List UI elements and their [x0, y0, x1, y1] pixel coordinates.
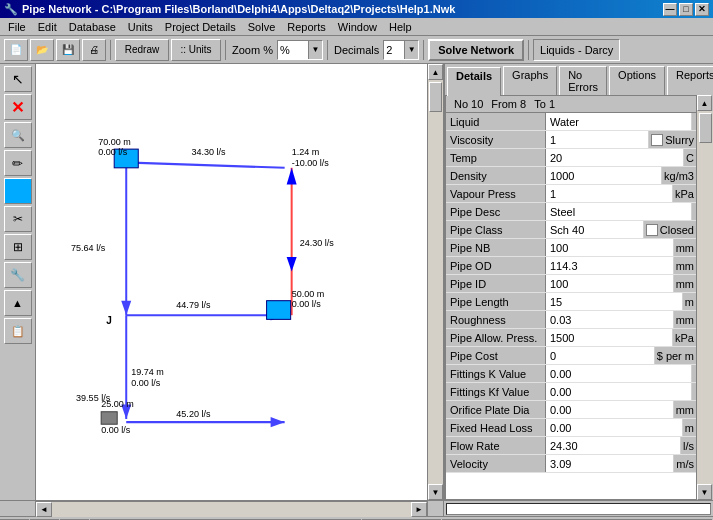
menu-file[interactable]: File — [2, 20, 32, 34]
prop-unit-10: m — [682, 293, 696, 310]
zoom-dropdown-arrow[interactable]: ▼ — [308, 41, 322, 59]
vscroll-up[interactable]: ▲ — [428, 64, 443, 80]
prop-label-12: Pipe Allow. Press. — [446, 329, 546, 346]
svg-rect-0 — [36, 64, 427, 500]
prop-unit-13: $ per m — [654, 347, 696, 364]
tool-pointer[interactable]: ↖ — [4, 66, 32, 92]
prop-checkbox-1[interactable] — [651, 134, 663, 146]
menu-bar: File Edit Database Units Project Details… — [0, 18, 713, 36]
zoom-dropdown[interactable]: ▼ — [277, 40, 323, 60]
menu-reports[interactable]: Reports — [281, 20, 332, 34]
minimize-button[interactable]: — — [663, 3, 677, 16]
property-rows: LiquidWaterViscosity1SlurryTemp20CDensit… — [446, 113, 696, 473]
decimals-dropdown-arrow[interactable]: ▼ — [404, 41, 418, 59]
close-button[interactable]: ✕ — [695, 3, 709, 16]
prop-row-16: Orifice Plate Dia0.00mm — [446, 401, 696, 419]
tool-scissors[interactable]: ✂ — [4, 206, 32, 232]
right-panel-vscroll[interactable]: ▲ ▼ — [697, 95, 713, 500]
tab-no-errors[interactable]: No Errors — [559, 66, 607, 95]
tab-graphs[interactable]: Graphs — [503, 66, 557, 95]
menu-help[interactable]: Help — [383, 20, 418, 34]
hscroll-right[interactable]: ► — [411, 502, 427, 517]
prop-value-0[interactable]: Water — [546, 113, 691, 130]
rpanel-vscroll-down[interactable]: ▼ — [697, 484, 712, 500]
svg-text:1.24 m: 1.24 m — [292, 147, 320, 157]
prop-row-19: Velocity3.09m/s — [446, 455, 696, 473]
solve-network-button[interactable]: Solve Network — [428, 39, 524, 61]
menu-database[interactable]: Database — [63, 20, 122, 34]
hscroll-track[interactable] — [52, 502, 411, 517]
menu-solve[interactable]: Solve — [242, 20, 282, 34]
prop-row-1: Viscosity1Slurry — [446, 131, 696, 149]
prop-value-7: 100 — [546, 239, 673, 256]
prop-value-2: 20 — [546, 149, 683, 166]
prop-label-10: Pipe Length — [446, 293, 546, 310]
open-button[interactable]: 📂 — [30, 39, 54, 61]
prop-value-6[interactable]: Sch 40 — [546, 221, 643, 238]
canvas-area[interactable]: 34.30 l/s 75.64 l/s 44.79 l/s 24.30 l/s … — [36, 64, 427, 500]
svg-text:50.00 m: 50.00 m — [292, 288, 325, 298]
tab-options[interactable]: Options — [609, 66, 665, 95]
prop-unit-8: mm — [673, 257, 696, 274]
tool-wrench[interactable]: 🔧 — [4, 262, 32, 288]
vscroll-down[interactable]: ▼ — [428, 484, 443, 500]
prop-row-5: Pipe DescSteel — [446, 203, 696, 221]
tool-draw[interactable]: ✏ — [4, 150, 32, 176]
tab-reports[interactable]: Reports — [667, 66, 713, 95]
tab-details[interactable]: Details — [447, 67, 501, 96]
units-button[interactable]: :: Units — [171, 39, 221, 61]
redraw-button[interactable]: Redraw — [115, 39, 169, 61]
prop-row-6: Pipe ClassSch 40Closed — [446, 221, 696, 239]
prop-value-9: 100 — [546, 275, 673, 292]
save-button[interactable]: 💾 — [56, 39, 80, 61]
tool-pump[interactable]: ▲ — [4, 290, 32, 316]
left-toolbar: ↖ ✕ 🔍 ✏ ✂ ⊞ 🔧 ▲ 📋 — [0, 64, 36, 500]
tabs: Details Graphs No Errors Options Reports — [445, 64, 713, 95]
prop-value-1[interactable]: 1 — [546, 131, 648, 148]
canvas-vscroll[interactable]: ▲ ▼ — [427, 64, 443, 500]
menu-window[interactable]: Window — [332, 20, 383, 34]
zoom-input[interactable] — [278, 44, 308, 56]
tool-zoom[interactable]: 🔍 — [4, 122, 32, 148]
menu-project-details[interactable]: Project Details — [159, 20, 242, 34]
prop-label-7: Pipe NB — [446, 239, 546, 256]
prop-value-4: 1 — [546, 185, 672, 202]
tool-notes[interactable]: 📋 — [4, 318, 32, 344]
prop-label-0: Liquid — [446, 113, 546, 130]
prop-checkbox-6[interactable] — [646, 224, 658, 236]
svg-text:24.30 l/s: 24.30 l/s — [300, 238, 334, 248]
vscroll-thumb[interactable] — [429, 82, 442, 112]
tool-grid[interactable]: ⊞ — [4, 234, 32, 260]
svg-text:70.00 m: 70.00 m — [98, 137, 131, 147]
prop-value-10: 15 — [546, 293, 682, 310]
prop-label-1: Viscosity — [446, 131, 546, 148]
vscroll-track[interactable] — [428, 80, 443, 484]
tool-rect[interactable] — [4, 178, 32, 204]
prop-value-8: 114.3 — [546, 257, 673, 274]
tool-delete[interactable]: ✕ — [4, 94, 32, 120]
tab-content: No 10 From 8 To 1 LiquidWaterViscosity1S… — [445, 95, 697, 500]
maximize-button[interactable]: □ — [679, 3, 693, 16]
prop-label-2: Temp — [446, 149, 546, 166]
prop-value-11: 0.03 — [546, 311, 673, 328]
decimals-label: Decimals — [332, 44, 381, 56]
hscroll-left[interactable]: ◄ — [36, 502, 52, 517]
prop-unit-7: mm — [673, 239, 696, 256]
separator-5 — [528, 40, 529, 60]
menu-units[interactable]: Units — [122, 20, 159, 34]
rpanel-vscroll-up[interactable]: ▲ — [697, 95, 712, 111]
prop-unit-15 — [691, 383, 696, 400]
rpanel-vscroll-thumb[interactable] — [699, 113, 712, 143]
new-button[interactable]: 📄 — [4, 39, 28, 61]
prop-value-12: 1500 — [546, 329, 672, 346]
decimals-input[interactable] — [384, 44, 404, 56]
rpanel-vscroll-track[interactable] — [697, 111, 713, 484]
print-button[interactable]: 🖨 — [82, 39, 106, 61]
h-scroll-area[interactable]: ◄ ► — [36, 501, 427, 517]
prop-label-6: Pipe Class — [446, 221, 546, 238]
prop-row-4: Vapour Press1kPa — [446, 185, 696, 203]
prop-value-5[interactable]: Steel — [546, 203, 691, 220]
header-to: To 1 — [530, 97, 559, 111]
decimals-dropdown[interactable]: ▼ — [383, 40, 419, 60]
menu-edit[interactable]: Edit — [32, 20, 63, 34]
